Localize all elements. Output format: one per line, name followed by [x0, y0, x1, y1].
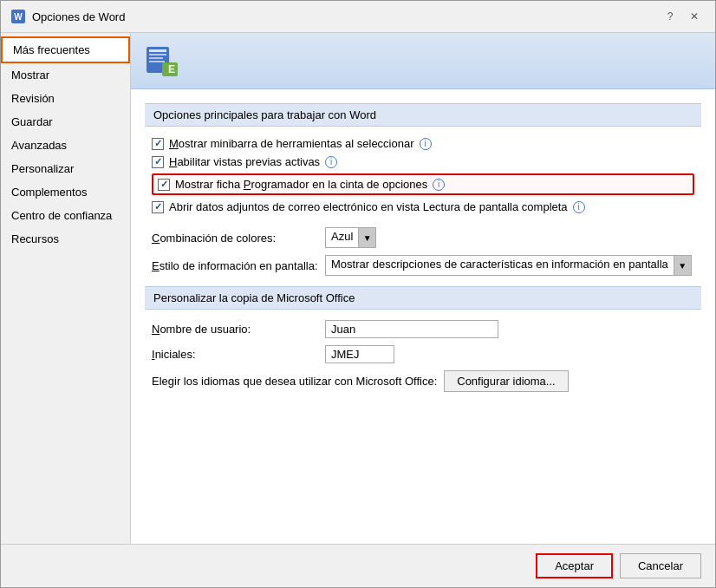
help-button[interactable]: ? — [660, 8, 680, 25]
style-dropdown-arrow[interactable]: ▼ — [674, 256, 691, 275]
svg-rect-2 — [149, 54, 166, 56]
options-dialog: W Opciones de Word ? ✕ Más frecuentes Mo… — [0, 0, 716, 588]
options-list: Mostrar minibarra de herramientas al sel… — [145, 137, 701, 213]
section1-header: Opciones principales para trabajar con W… — [145, 103, 701, 127]
info-icon-3[interactable]: i — [433, 179, 445, 191]
sidebar-item-revision[interactable]: Revisión — [1, 87, 130, 110]
initials-row: Iniciales: — [145, 345, 701, 363]
color-select[interactable]: Azul ▼ — [325, 227, 376, 248]
main-content: E Opciones principales para trabajar con… — [131, 33, 715, 544]
option-row-4: Abrir datos adjuntos de correo electróni… — [152, 200, 694, 213]
title-bar-controls: ? ✕ — [660, 8, 705, 25]
sidebar-item-guardar[interactable]: Guardar — [1, 110, 130, 134]
sidebar-item-mostrar[interactable]: Mostrar — [1, 63, 130, 87]
sidebar-item-mas-frecuentes[interactable]: Más frecuentes — [1, 36, 130, 63]
color-value: Azul — [326, 228, 358, 247]
checkbox-opt1[interactable] — [152, 138, 164, 150]
username-label: Nombre de usuario: — [152, 323, 325, 336]
color-label: Combinación de colores: — [152, 232, 325, 245]
checkbox-opt3[interactable] — [158, 179, 170, 191]
svg-text:E: E — [168, 63, 175, 75]
color-select-wrapper: Azul ▼ — [325, 227, 376, 248]
info-icon-2[interactable]: i — [325, 156, 337, 168]
option-row-1: Mostrar minibarra de herramientas al sel… — [152, 137, 694, 150]
cancel-button[interactable]: Cancelar — [620, 553, 701, 578]
sidebar-item-centro-confianza[interactable]: Centro de confianza — [1, 204, 130, 227]
language-button[interactable]: Configurar idioma... — [444, 370, 568, 392]
style-select[interactable]: Mostrar descripciones de características… — [325, 255, 692, 276]
sidebar-item-complementos[interactable]: Complementos — [1, 180, 130, 204]
username-input[interactable] — [325, 320, 498, 338]
title-bar-left: W Opciones de Word — [11, 10, 125, 23]
sidebar: Más frecuentes Mostrar Revisión Guardar … — [1, 33, 131, 544]
content-header: E — [131, 33, 715, 89]
option-label-1: Mostrar minibarra de herramientas al sel… — [169, 137, 414, 150]
svg-rect-3 — [149, 57, 163, 59]
initials-input[interactable] — [325, 345, 394, 363]
color-row: Combinación de colores: Azul ▼ — [145, 227, 701, 248]
language-label: Elegir los idiomas que desea utilizar co… — [152, 375, 437, 388]
style-value: Mostrar descripciones de características… — [326, 256, 674, 275]
app-icon: W — [11, 10, 25, 23]
sidebar-item-personalizar[interactable]: Personalizar — [1, 157, 130, 180]
option-label-4: Abrir datos adjuntos de correo electróni… — [169, 200, 568, 213]
dialog-footer: Aceptar Cancelar — [1, 544, 715, 587]
style-select-wrapper: Mostrar descripciones de características… — [325, 255, 692, 276]
style-row: Estilo de información en pantalla: Mostr… — [145, 255, 701, 276]
language-row: Elegir los idiomas que desea utilizar co… — [145, 370, 701, 392]
header-icon: E — [145, 43, 179, 78]
title-bar: W Opciones de Word ? ✕ — [1, 1, 715, 33]
dialog-title: Opciones de Word — [32, 10, 125, 23]
option-row-2: Habilitar vistas previas activas i — [152, 155, 694, 168]
svg-rect-1 — [149, 49, 166, 52]
color-dropdown-arrow[interactable]: ▼ — [358, 228, 375, 247]
checkbox-opt4[interactable] — [152, 201, 164, 213]
content-area: Opciones principales para trabajar con W… — [131, 89, 715, 544]
sidebar-item-recursos[interactable]: Recursos — [1, 227, 130, 251]
initials-label: Iniciales: — [152, 348, 325, 361]
option-label-2: Habilitar vistas previas activas — [169, 155, 320, 168]
svg-rect-4 — [149, 61, 165, 62]
option-row-3: Mostrar ficha Programador en la cinta de… — [152, 173, 694, 195]
option-label-3: Mostrar ficha Programador en la cinta de… — [175, 178, 427, 191]
section2-header: Personalizar la copia de Microsoft Offic… — [145, 286, 701, 310]
dialog-body: Más frecuentes Mostrar Revisión Guardar … — [1, 33, 715, 544]
checkbox-opt2[interactable] — [152, 156, 164, 168]
username-row: Nombre de usuario: — [145, 320, 701, 338]
sidebar-item-avanzadas[interactable]: Avanzadas — [1, 134, 130, 157]
style-label: Estilo de información en pantalla: — [152, 259, 325, 272]
close-button[interactable]: ✕ — [684, 8, 705, 25]
accept-button[interactable]: Aceptar — [536, 553, 613, 578]
info-icon-4[interactable]: i — [573, 201, 585, 213]
info-icon-1[interactable]: i — [420, 138, 432, 150]
